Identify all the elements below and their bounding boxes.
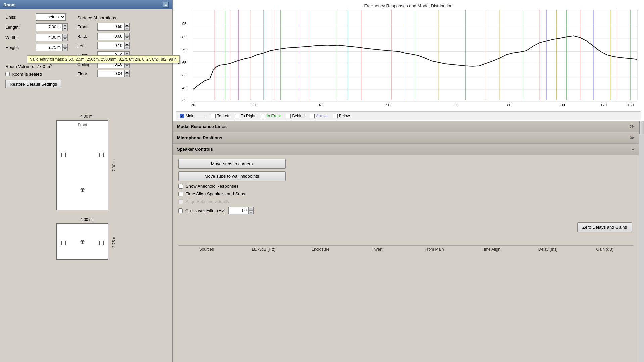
main-line bbox=[196, 116, 206, 116]
left-panel: Room « Units: metres feet Length: ▲ ▼ bbox=[0, 0, 173, 362]
height-up[interactable]: ▲ bbox=[62, 44, 68, 47]
side-view-room-box: ⊕ bbox=[56, 223, 108, 260]
to-right-checkbox[interactable] bbox=[235, 114, 239, 118]
floor-up[interactable]: ▲ bbox=[124, 70, 130, 74]
tooltip-box: Valid entry formats: 2.50, 2.5m, 250cm, … bbox=[27, 55, 180, 63]
legend-behind-label: Behind bbox=[292, 114, 304, 118]
front-up[interactable]: ▲ bbox=[124, 23, 130, 27]
back-row: Back ▲ ▼ bbox=[77, 33, 164, 40]
above-checkbox[interactable] bbox=[310, 114, 315, 118]
back-label: Back bbox=[77, 34, 97, 39]
zero-delays-button[interactable]: Zero Delays and Gains bbox=[577, 222, 632, 232]
width-up[interactable]: ▲ bbox=[62, 34, 68, 37]
behind-checkbox[interactable] bbox=[286, 114, 291, 118]
microphone-positions-header[interactable]: Microphone Positions ≫ bbox=[173, 132, 639, 143]
svg-text:35: 35 bbox=[182, 98, 186, 102]
col-enclosure: Enclosure bbox=[292, 247, 349, 252]
crossover-up[interactable]: ▲ bbox=[248, 207, 254, 210]
speaker-controls-content: Move subs to corners Move subs to wall m… bbox=[173, 155, 639, 257]
sealed-checkbox[interactable] bbox=[5, 72, 10, 76]
legend-in-front: In Front bbox=[261, 114, 281, 118]
panel-header: Room « bbox=[0, 0, 172, 9]
speaker-controls-title: Speaker Controls bbox=[177, 147, 213, 152]
align-subs-checkbox[interactable] bbox=[178, 199, 183, 204]
move-subs-wall-button[interactable]: Move subs to wall midpoints bbox=[178, 171, 286, 181]
floor-spinner: ▲ ▼ bbox=[124, 70, 130, 77]
front-label-diagram: Front bbox=[78, 123, 87, 127]
col-invert: Invert bbox=[349, 247, 406, 252]
width-down[interactable]: ▼ bbox=[62, 37, 68, 41]
floor-label: Floor bbox=[77, 71, 97, 76]
left-up[interactable]: ▲ bbox=[124, 42, 130, 46]
modal-resonance-header[interactable]: Modal Resonance Lines ≫ bbox=[173, 121, 639, 132]
legend-main: ✓ Main bbox=[180, 114, 206, 118]
align-subs-row: Align Subs Individually bbox=[178, 199, 633, 204]
svg-text:60: 60 bbox=[453, 103, 457, 107]
crossover-down[interactable]: ▼ bbox=[248, 210, 254, 214]
height-input-group: ▲ ▼ bbox=[36, 44, 68, 51]
modal-resonance-collapse-icon: ≫ bbox=[630, 124, 635, 129]
speaker-controls-expand-icon: « bbox=[632, 146, 635, 152]
scrollbar-thumb[interactable] bbox=[639, 121, 644, 134]
volume-value: 77.0 m3 bbox=[37, 64, 52, 69]
length-down[interactable]: ▼ bbox=[62, 27, 68, 31]
time-align-checkbox[interactable] bbox=[178, 192, 183, 196]
restore-button[interactable]: Restore Default Settings bbox=[5, 80, 61, 88]
left-label: Left bbox=[77, 43, 97, 48]
left-down[interactable]: ▼ bbox=[124, 46, 130, 49]
height-field[interactable] bbox=[36, 44, 62, 51]
length-label: Length: bbox=[5, 25, 36, 30]
legend-below: Below bbox=[333, 114, 350, 118]
legend-behind: Behind bbox=[286, 114, 304, 118]
front-row: Front ▲ ▼ bbox=[77, 23, 164, 31]
crossover-field[interactable] bbox=[228, 207, 248, 214]
speaker-controls-header[interactable]: Speaker Controls « bbox=[173, 143, 639, 155]
floor-plans: 4.00 m Front ⊕ 7.00 m 4.00 m bbox=[0, 114, 173, 260]
width-field[interactable] bbox=[36, 34, 62, 41]
modal-resonance-title: Modal Resonance Lines bbox=[177, 124, 227, 129]
front-down[interactable]: ▼ bbox=[124, 27, 130, 31]
left-field[interactable] bbox=[97, 42, 124, 49]
side-view-diagram-row: ⊕ 2.75 m bbox=[3, 223, 169, 260]
svg-text:20: 20 bbox=[191, 103, 195, 107]
below-checkbox[interactable] bbox=[333, 114, 338, 118]
floor-row: Floor ▲ ▼ bbox=[77, 70, 164, 77]
height-down[interactable]: ▼ bbox=[62, 47, 68, 51]
side-mic-icon: ⊕ bbox=[80, 238, 85, 245]
microphone-positions-collapse-icon: ≫ bbox=[630, 135, 635, 140]
front-field[interactable] bbox=[97, 23, 124, 31]
right-up[interactable]: ▲ bbox=[124, 51, 130, 55]
units-select[interactable]: metres feet bbox=[36, 13, 66, 21]
svg-text:85: 85 bbox=[182, 35, 186, 39]
back-field[interactable] bbox=[97, 33, 124, 40]
in-front-checkbox[interactable] bbox=[261, 114, 265, 118]
length-field[interactable] bbox=[36, 23, 62, 31]
back-down[interactable]: ▼ bbox=[124, 36, 130, 40]
legend-to-right: To Right bbox=[235, 114, 255, 118]
crossover-checkbox[interactable] bbox=[178, 208, 183, 213]
floor-down[interactable]: ▼ bbox=[124, 74, 130, 77]
collapse-button[interactable]: « bbox=[163, 2, 169, 8]
col-delay: Delay (ms) bbox=[519, 247, 577, 252]
col-le3db: LE -3dB (Hz) bbox=[235, 247, 292, 252]
back-spinner: ▲ ▼ bbox=[124, 33, 130, 40]
panel-title: Room bbox=[3, 2, 16, 7]
length-up[interactable]: ▲ bbox=[62, 23, 68, 27]
main-checkbox[interactable]: ✓ bbox=[180, 114, 184, 118]
back-up[interactable]: ▲ bbox=[124, 33, 130, 36]
move-subs-corners-button[interactable]: Move subs to corners bbox=[178, 159, 286, 169]
legend-to-left: To Left bbox=[211, 114, 229, 118]
width-input-group: ▲ ▼ bbox=[36, 34, 68, 41]
frequency-chart: 35 45 55 65 75 85 95 dB 20 30 40 50 60 8… bbox=[176, 10, 641, 110]
show-anechoic-checkbox[interactable] bbox=[178, 184, 183, 189]
chart-area: Frequency Responses and Modal Distributi… bbox=[173, 0, 644, 121]
chart-title: Frequency Responses and Modal Distributi… bbox=[176, 3, 641, 8]
zero-delays-container: Zero Delays and Gains bbox=[178, 217, 633, 232]
floor-field[interactable] bbox=[97, 70, 124, 77]
speaker-left bbox=[61, 153, 66, 157]
ceiling-down[interactable]: ▼ bbox=[124, 64, 130, 68]
crossover-spinner: ▲ ▼ bbox=[248, 207, 254, 214]
to-left-checkbox[interactable] bbox=[211, 114, 216, 118]
svg-text:40: 40 bbox=[319, 103, 323, 107]
svg-text:50: 50 bbox=[386, 103, 390, 107]
